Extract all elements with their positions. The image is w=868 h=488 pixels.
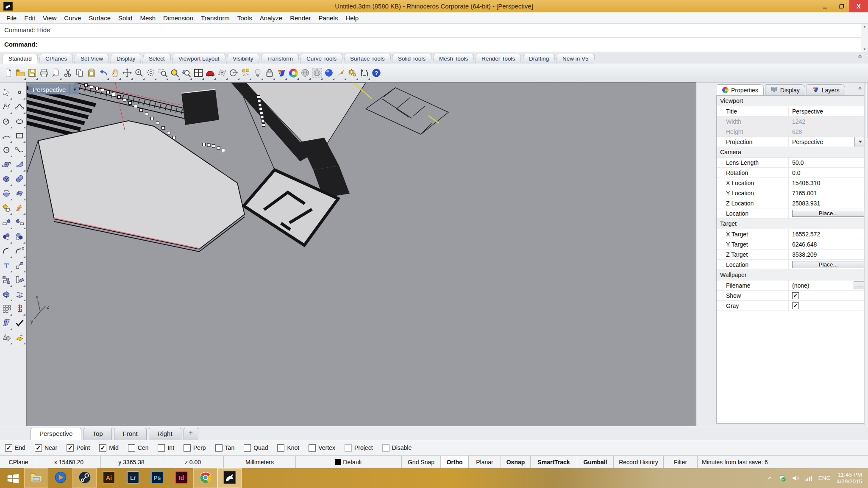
array-tool-button[interactable] bbox=[1, 302, 13, 316]
taskbar-chrome[interactable] bbox=[193, 468, 217, 488]
trim-tool-button[interactable] bbox=[1, 216, 13, 230]
property-value[interactable]: 50.0 bbox=[789, 158, 865, 167]
status-y-3365-38[interactable]: y 3365.38 bbox=[101, 456, 162, 468]
osnap-vertex[interactable]: Vertex bbox=[309, 444, 335, 452]
status-smarttrack[interactable]: SmartTrack bbox=[531, 456, 577, 468]
status-record-history[interactable]: Record History bbox=[614, 456, 664, 468]
osnap-end[interactable]: ✓End bbox=[5, 444, 25, 452]
property-value[interactable]: 0.0 bbox=[789, 168, 865, 177]
rectangle-tool-button[interactable] bbox=[14, 129, 26, 144]
close-button[interactable]: X bbox=[849, 0, 868, 12]
menu-view[interactable]: View bbox=[39, 13, 60, 23]
clock[interactable]: 11:45 PM 4/29/2015 bbox=[837, 471, 862, 485]
patch-tool-button[interactable] bbox=[14, 187, 26, 201]
save-file-button[interactable] bbox=[26, 65, 38, 81]
box-tool-button[interactable] bbox=[1, 172, 13, 187]
panel-tab-display[interactable]: Display bbox=[765, 84, 805, 95]
status-planar[interactable]: Planar bbox=[469, 456, 501, 468]
polyline-tool-button[interactable] bbox=[1, 100, 13, 115]
revolve-tool-button[interactable] bbox=[1, 187, 13, 201]
zoom-selected-button[interactable] bbox=[169, 65, 181, 81]
property-value[interactable]: Place... bbox=[789, 208, 865, 218]
toolbar-tab-render-tools[interactable]: Render Tools bbox=[475, 54, 522, 64]
menu-transform[interactable]: Transform bbox=[197, 13, 234, 23]
toolbar-tab-cplanes[interactable]: CPlanes bbox=[39, 54, 73, 64]
color-wheel-button[interactable] bbox=[287, 65, 299, 81]
blocks-tool-button[interactable] bbox=[1, 273, 13, 288]
property-value[interactable]: 3538.209 bbox=[789, 250, 865, 259]
property-value[interactable]: 16552.572 bbox=[789, 229, 865, 239]
status-x-15468-20[interactable]: x 15468.20 bbox=[37, 456, 101, 468]
render-view-button[interactable] bbox=[323, 65, 335, 81]
checkbox-perp[interactable] bbox=[184, 444, 191, 452]
zoom-in-button[interactable] bbox=[133, 65, 145, 81]
place-button[interactable]: Place... bbox=[792, 210, 864, 217]
viewport-tab-right[interactable]: Right bbox=[149, 428, 181, 440]
viewport-canvas[interactable]: x z y bbox=[27, 83, 696, 426]
zoom-dynamic-button[interactable] bbox=[145, 65, 157, 81]
paste-button[interactable] bbox=[86, 65, 97, 81]
shade-view-button[interactable] bbox=[299, 65, 311, 81]
checkbox-tan[interactable] bbox=[215, 444, 223, 452]
dimension-tools-button[interactable] bbox=[359, 65, 370, 81]
undo-view-button[interactable] bbox=[181, 65, 192, 81]
toolbar-tab-drafting[interactable]: Drafting bbox=[523, 54, 556, 64]
osnap-knot[interactable]: Knot bbox=[277, 444, 299, 452]
polygon-tool-button[interactable] bbox=[1, 144, 13, 158]
start-button[interactable] bbox=[0, 468, 24, 488]
scrollbar-thumb[interactable] bbox=[865, 83, 868, 138]
boolean-difference-tool-button[interactable] bbox=[14, 230, 26, 244]
property-value[interactable]: 7165.001 bbox=[789, 188, 865, 198]
checkbox-show[interactable]: ✓ bbox=[792, 292, 799, 299]
print-button[interactable] bbox=[38, 65, 50, 81]
menu-file[interactable]: File bbox=[3, 13, 20, 23]
property-value[interactable]: Perspective bbox=[789, 106, 865, 116]
menu-dimension[interactable]: Dimension bbox=[159, 13, 197, 23]
panel-tab-layers[interactable]: Layers bbox=[807, 84, 845, 95]
checkbox-near[interactable]: ✓ bbox=[35, 444, 42, 452]
taskbar-rhinoceros[interactable] bbox=[217, 468, 242, 488]
osnap-project[interactable]: Project bbox=[345, 444, 373, 452]
array-linear-tool-button[interactable] bbox=[14, 302, 26, 316]
panel-gear-icon[interactable] bbox=[858, 86, 865, 94]
perspective-viewport[interactable]: Perspective ▼ bbox=[27, 83, 696, 426]
show-map-button[interactable] bbox=[216, 65, 228, 81]
volume-icon[interactable] bbox=[792, 474, 799, 482]
scroll-down-icon[interactable]: ▼ bbox=[863, 47, 866, 51]
menu-mesh[interactable]: Mesh bbox=[136, 13, 159, 23]
lock-button[interactable] bbox=[264, 65, 275, 81]
zoom-window-button[interactable] bbox=[157, 65, 169, 81]
primitives-tool-button[interactable] bbox=[1, 331, 13, 345]
new-file-button[interactable] bbox=[3, 65, 14, 81]
set-cplane-button[interactable] bbox=[228, 65, 240, 81]
notification-button[interactable] bbox=[335, 65, 347, 81]
osnap-mid[interactable]: ✓Mid bbox=[99, 444, 119, 452]
export-doc-button[interactable] bbox=[50, 65, 62, 81]
property-value[interactable]: 25083.931 bbox=[789, 198, 865, 208]
fillet-curve-tool-button[interactable] bbox=[1, 244, 13, 259]
panel-scrollbar[interactable] bbox=[864, 83, 868, 426]
taskbar-media-player[interactable] bbox=[48, 468, 72, 488]
taskbar-photoshop[interactable]: Ps bbox=[145, 468, 169, 488]
menu-tools[interactable]: Tools bbox=[234, 13, 256, 23]
toolbar-tab-transform[interactable]: Transform bbox=[261, 54, 299, 64]
property-value[interactable]: ✓ bbox=[789, 291, 865, 300]
osnap-perp[interactable]: Perp bbox=[184, 444, 206, 452]
select-pointer-tool-button[interactable] bbox=[1, 86, 13, 100]
network-icon[interactable] bbox=[805, 474, 812, 482]
status-cplane[interactable]: CPlane bbox=[0, 456, 37, 468]
scroll-up-icon[interactable]: ▲ bbox=[863, 25, 866, 28]
ellipse-tool-button[interactable] bbox=[14, 115, 26, 129]
toolbar-tab-viewport-layout[interactable]: Viewport Layout bbox=[172, 54, 225, 64]
curve-blend-tool-button[interactable] bbox=[14, 144, 26, 158]
toolbar-tab-solid-tools[interactable]: Solid Tools bbox=[392, 54, 432, 64]
sphere-tool-button[interactable] bbox=[14, 172, 26, 187]
extend-curve-tool-button[interactable] bbox=[14, 244, 26, 259]
copy-button[interactable] bbox=[74, 65, 86, 81]
status-z-0-00[interactable]: z 0.00 bbox=[162, 456, 224, 468]
undo-button[interactable] bbox=[97, 65, 109, 81]
menu-help[interactable]: Help bbox=[342, 13, 362, 23]
osnap-cen[interactable]: Cen bbox=[128, 444, 149, 452]
osnap-quad[interactable]: Quad bbox=[244, 444, 268, 452]
shaded-viewport-button[interactable] bbox=[311, 65, 323, 81]
